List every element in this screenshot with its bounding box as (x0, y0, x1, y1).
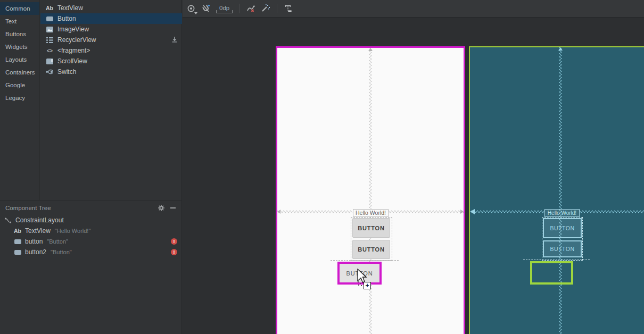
tree-item-button[interactable]: button "Button" ! (0, 236, 182, 247)
blueprint-view-canvas[interactable]: Hello World! BUTTON BUTTON (469, 46, 644, 334)
view-options-icon[interactable] (187, 2, 196, 15)
gear-icon[interactable] (155, 203, 167, 213)
default-margin-value: 0dp (216, 4, 233, 13)
constraintlayout-icon (4, 216, 12, 224)
constraint-arrow-up (368, 48, 373, 51)
palette-item-scrollview[interactable]: ScrollView (40, 56, 182, 66)
tree-item-label: button2 (25, 248, 46, 256)
palette-item-label: RecyclerView (57, 36, 96, 44)
palette-item-label: ScrollView (57, 57, 87, 65)
fragment-icon: <> (45, 47, 54, 54)
snap-guideline (523, 260, 590, 260)
pack-align-icon[interactable] (284, 2, 293, 15)
button-widget[interactable]: BUTTON (543, 218, 582, 238)
horizontal-constraint-spring (580, 209, 644, 214)
button-icon (45, 15, 54, 22)
palette-item-fragment[interactable]: <> <fragment> (40, 45, 182, 56)
infer-constraints-icon[interactable] (261, 2, 270, 15)
palette-category-layouts[interactable]: Layouts (0, 53, 39, 66)
textview-icon: Ab (45, 4, 54, 12)
palette-category-containers[interactable]: Containers (0, 66, 39, 79)
horizontal-constraint-spring (389, 209, 464, 214)
palette-item-label: Button (57, 15, 76, 22)
tree-item-textview[interactable]: Ab TextView "Hello World!" (0, 226, 182, 236)
button-widget[interactable]: BUTTON (352, 218, 390, 238)
tree-item-value: "Button" (47, 238, 68, 245)
textview-widget[interactable]: Hello World! (353, 209, 389, 217)
button2-widget[interactable]: BUTTON (543, 240, 582, 257)
tree-item-label: ConstraintLayout (15, 216, 64, 224)
imageview-icon (45, 26, 54, 33)
default-margin-button[interactable]: 0dp (216, 2, 233, 15)
palette-category-common[interactable]: Common (0, 2, 39, 15)
tree-item-label: TextView (25, 227, 51, 235)
palette-item-label: TextView (57, 4, 83, 12)
autoconnect-off-icon[interactable] (201, 2, 211, 15)
palette-category-widgets[interactable]: Widgets (0, 40, 39, 53)
palette-item-label: Switch (57, 68, 76, 76)
toolbar-separator (239, 4, 240, 13)
constraint-arrow-left (277, 210, 280, 214)
error-icon[interactable]: ! (171, 238, 177, 245)
palette-item-button[interactable]: Button (40, 13, 182, 24)
palette-category-text[interactable]: Text (0, 15, 39, 28)
toolbar-separator (277, 4, 277, 13)
horizontal-constraint-spring (471, 209, 544, 214)
button2-widget[interactable]: BUTTON (352, 240, 390, 259)
constraint-arrow-right (460, 210, 464, 214)
switch-icon (45, 68, 54, 76)
palette-item-textview[interactable]: Ab TextView (40, 3, 182, 13)
constraint-arrow-up (558, 47, 563, 51)
vertical-constraint-spring (558, 47, 563, 334)
palette-panel: Common Text Buttons Widgets Layouts Cont… (0, 0, 182, 334)
tree-item-label: button (25, 238, 43, 245)
textview-widget[interactable]: Hello World! (544, 209, 580, 217)
drop-add-indicator: + (364, 282, 371, 289)
tree-item-value: "Hello World!" (55, 228, 91, 234)
palette-item-imageview[interactable]: ImageView (40, 24, 182, 35)
button-icon (13, 238, 22, 245)
recyclerview-icon (45, 36, 54, 44)
palette-categories: Common Text Buttons Widgets Layouts Cont… (0, 0, 40, 200)
tree-item-button2[interactable]: button2 "Button" ! (0, 247, 182, 257)
palette-item-label: <fragment> (57, 47, 90, 54)
tree-item-constraintlayout[interactable]: ConstraintLayout (0, 215, 182, 226)
design-toolbar: 0dp (183, 0, 644, 18)
constraint-arrow-left (470, 209, 475, 214)
palette-item-switch[interactable]: Switch (40, 66, 182, 77)
button-icon (13, 248, 22, 256)
palette-category-google[interactable]: Google (0, 79, 39, 91)
palette-item-recyclerview[interactable]: RecyclerView (40, 35, 182, 45)
palette-category-legacy[interactable]: Legacy (0, 91, 39, 104)
component-tree-title: Component Tree (0, 205, 155, 211)
palette-category-buttons[interactable]: Buttons (0, 28, 39, 40)
clear-constraints-icon[interactable] (246, 2, 255, 15)
vertical-constraint-spring (368, 48, 373, 334)
palette-item-label: ImageView (57, 26, 89, 33)
component-tree: ConstraintLayout Ab TextView "Hello Worl… (0, 215, 182, 257)
tree-item-value: "Button" (51, 249, 72, 255)
drop-target-outline (530, 261, 573, 285)
minimize-icon[interactable] (167, 203, 179, 213)
design-view-canvas[interactable]: Hello World! BUTTON BUTTON BUTTON + (276, 46, 465, 334)
scrollview-icon (45, 57, 54, 65)
horizontal-constraint-spring (277, 209, 353, 214)
download-icon[interactable] (171, 36, 178, 44)
snap-guideline (331, 260, 399, 261)
error-icon[interactable]: ! (171, 249, 177, 255)
component-tree-header: Component Tree (0, 201, 182, 214)
palette-item-list: Ab TextView Button ImageView RecyclerVie… (40, 0, 182, 200)
textview-icon: Ab (13, 227, 22, 235)
